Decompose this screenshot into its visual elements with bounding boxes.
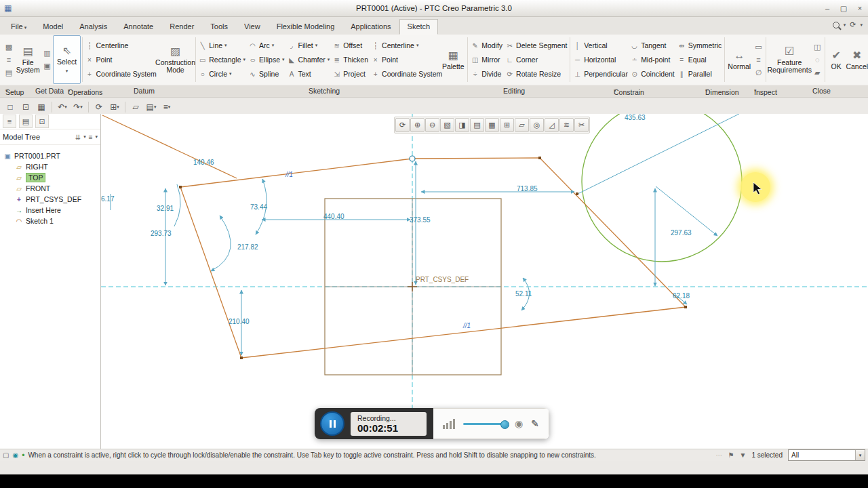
slider-thumb[interactable] (500, 420, 509, 429)
tab-annotate[interactable]: Annotate (115, 19, 161, 35)
parallel-constraint-tag[interactable]: //1 (463, 322, 471, 329)
tree-tab-icon[interactable]: ≡ (3, 115, 16, 128)
offset-button[interactable]: ≋Offset (331, 39, 370, 52)
grid-display-icon[interactable]: ▤▾ (144, 100, 159, 114)
sketch-point-button[interactable]: ×Point (370, 53, 440, 66)
dimension-label[interactable]: 52.11 (515, 290, 532, 298)
open-file-icon[interactable]: ⊡ (18, 100, 33, 114)
normal-dimension-button[interactable]: ↔ Normal (726, 35, 752, 84)
tree-filter-icon[interactable]: ⇊ (75, 134, 81, 141)
redo-icon[interactable]: ↷▾ (71, 100, 85, 114)
display-options-icon[interactable]: ⊞▾ (107, 100, 122, 114)
mirror-button[interactable]: ◫Mirror (469, 53, 504, 66)
coincident-constraint-button[interactable]: ⊙Coincident (629, 67, 676, 81)
baseline-dimension-icon[interactable]: ≡ (752, 54, 764, 66)
line-button[interactable]: ╲Line▾ (197, 39, 247, 52)
rectangle-button[interactable]: ▭Rectangle▾ (197, 53, 247, 66)
symmetric-constraint-button[interactable]: ⇹Symmetric (676, 39, 724, 52)
file-system-button[interactable]: ▤ File System (15, 35, 41, 84)
tree-item-top[interactable]: ▱TOP (0, 172, 100, 183)
sketch-setup-icon[interactable]: ▩ (3, 41, 15, 53)
cancel-button[interactable]: ✖ Cancel (846, 35, 868, 84)
divide-button[interactable]: ÷Divide (469, 67, 504, 81)
search-icon[interactable] (833, 22, 840, 28)
tree-item-front[interactable]: ▱FRONT (0, 183, 100, 194)
dimension-label[interactable]: 373.55 (410, 216, 431, 224)
sketch-properties-icon[interactable]: ≡ (3, 54, 15, 66)
datum-point-button[interactable]: ×Point (84, 53, 157, 66)
thicken-button[interactable]: ≣Thicken (331, 53, 370, 66)
delete-segment-button[interactable]: ✂Delete Segment (504, 39, 568, 52)
tab-file[interactable]: File▾ (3, 19, 35, 35)
group-label-get-data[interactable]: Get Data (35, 87, 64, 95)
tab-render[interactable]: Render (161, 19, 202, 35)
datum-coordinate-system-button[interactable]: +Coordinate System (84, 67, 157, 81)
equal-constraint-button[interactable]: =Equal (676, 53, 724, 66)
tree-item-csys[interactable]: +PRT_CSYS_DEF (0, 194, 100, 205)
regenerate-icon[interactable]: ⟳ (92, 100, 106, 114)
new-file-icon[interactable]: □ (3, 100, 18, 114)
status-dots-icon[interactable]: ⋯ (716, 451, 723, 459)
parallel-constraint-tag[interactable]: //1 (285, 171, 293, 178)
highlight-open-ends-icon[interactable]: ◌ (811, 54, 823, 66)
dimension-label[interactable]: 297.63 (671, 229, 692, 237)
tangent-constraint-button[interactable]: ◡Tangent (629, 39, 676, 52)
copy-icon[interactable]: ▥ (41, 47, 53, 60)
tree-item-part[interactable]: ▣PRT0001.PRT (0, 150, 100, 161)
dimension-label[interactable]: 435.63 (625, 114, 646, 121)
perimeter-dimension-icon[interactable]: ▭ (752, 41, 764, 53)
sketch-lines[interactable] (102, 115, 686, 358)
horizontal-constraint-button[interactable]: ─Horizontal (572, 53, 629, 66)
sketch-centerline-button[interactable]: ┆Centerline▾ (370, 39, 440, 52)
project-button[interactable]: ⇲Project (331, 67, 370, 81)
graphics-canvas[interactable]: ⟳ ⊕ ⊖ ▧ ◨ ▤ ▦ ⊞ ▱ ◎ ◿ ≋ ✂ 435.63 140.46 … (101, 114, 868, 449)
dimension-label[interactable]: 293.73 (151, 230, 172, 237)
dimension-label[interactable]: 6.17 (101, 195, 114, 203)
sketch-circle[interactable] (582, 114, 742, 262)
palette-button[interactable]: ▦ Palette (440, 35, 466, 84)
rotate-resize-button[interactable]: ⟳Rotate Resize (504, 67, 568, 81)
tab-applications[interactable]: Applications (342, 19, 399, 35)
circle-button[interactable]: ○Circle▾ (197, 67, 247, 81)
saved-views-icon[interactable]: ▤ (470, 118, 484, 132)
datum-centerline-button[interactable]: ┆Centerline (84, 39, 157, 52)
perpendicular-constraint-button[interactable]: ⊥Perpendicular (572, 67, 629, 81)
annotate-pencil-icon[interactable]: ✎ (531, 418, 539, 429)
save-icon[interactable]: ▦ (34, 100, 49, 114)
volume-slider[interactable] (463, 423, 507, 425)
feature-requirements-button[interactable]: ☑ Feature Requirements (768, 35, 811, 84)
dimension-label[interactable]: 73.44 (250, 203, 267, 211)
tree-settings-icon[interactable]: ≡ (89, 134, 93, 141)
top-vertex-marker[interactable] (410, 156, 415, 161)
repaint-icon[interactable]: ▧ (440, 118, 454, 132)
parallel-constraint-button[interactable]: ∥Parallel (676, 67, 724, 81)
display-style-icon[interactable]: ◨ (455, 118, 469, 132)
tab-view[interactable]: View (236, 19, 269, 35)
record-icon[interactable]: ◉ (515, 418, 523, 429)
dimension-label[interactable]: 32.91 (157, 205, 174, 212)
spline-button[interactable]: ∿Spline (247, 67, 285, 81)
minimize-icon[interactable]: – (823, 4, 831, 12)
tab-flexible-modeling[interactable]: Flexible Modeling (269, 19, 343, 35)
dimension-label[interactable]: 62.18 (673, 292, 690, 300)
chevron-down-icon[interactable]: ▾ (83, 134, 86, 140)
tab-sketch[interactable]: Sketch (399, 19, 439, 35)
list-options-icon[interactable]: ≡▾ (159, 100, 174, 114)
filter-dropdown[interactable]: All ▾ (788, 449, 865, 461)
chevron-down-icon[interactable]: ▾ (860, 22, 863, 28)
chevron-down-icon[interactable]: ▾ (95, 134, 98, 140)
dimension-lines[interactable] (111, 114, 739, 355)
pause-button[interactable] (320, 411, 344, 436)
sketch-coordinate-system-button[interactable]: +Coordinate System (370, 67, 440, 81)
datum-display-icon[interactable]: ⊞ (500, 118, 514, 132)
csys-label[interactable]: PRT_CSYS_DEF (416, 276, 469, 283)
select-button[interactable]: ⇖ Select ▾ (53, 35, 80, 84)
flag-icon[interactable]: ⚑ (728, 451, 734, 459)
dimension-label[interactable]: 713.85 (517, 185, 538, 192)
chamfer-button[interactable]: ◣Chamfer▾ (286, 53, 332, 66)
zoom-out-icon[interactable]: ⊖ (425, 118, 439, 132)
construction-mode-button[interactable]: ▨ Construction Mode (157, 35, 194, 84)
maximize-icon[interactable]: ▢ (840, 4, 848, 13)
undo-icon[interactable]: ↶▾ (55, 100, 70, 114)
refit-icon[interactable]: ⟳ (395, 118, 410, 132)
